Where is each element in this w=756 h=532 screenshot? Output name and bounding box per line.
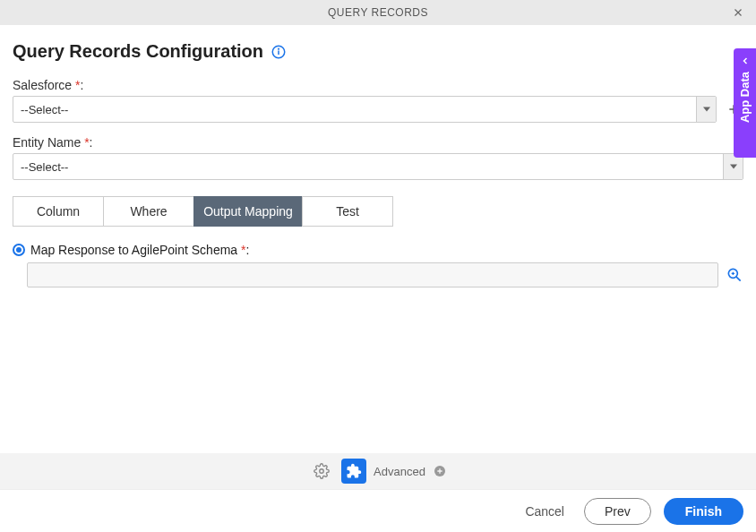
close-icon	[732, 6, 744, 19]
schema-input-row	[13, 262, 743, 287]
advanced-label: Advanced	[374, 465, 425, 478]
tab-output-mapping[interactable]: Output Mapping	[193, 196, 303, 227]
chevron-left-icon	[740, 56, 751, 66]
title-bar: QUERY RECORDS	[0, 0, 756, 25]
svg-point-4	[320, 469, 324, 474]
prev-button[interactable]: Prev	[584, 498, 651, 525]
cancel-button[interactable]: Cancel	[518, 499, 571, 524]
plugin-button[interactable]	[341, 459, 366, 484]
side-panel-label: App Data	[738, 72, 752, 123]
content-area: Query Records Configuration Salesforce *…	[0, 25, 756, 287]
salesforce-label: Salesforce *:	[13, 78, 743, 92]
salesforce-field: Salesforce *: --Select--	[13, 78, 743, 123]
dropdown-arrow-icon	[723, 154, 743, 179]
tab-bar: Column Where Output Mapping Test	[13, 196, 743, 227]
footer-bar: Cancel Prev Finish	[0, 489, 756, 532]
tab-column[interactable]: Column	[13, 196, 104, 227]
schema-input[interactable]	[27, 262, 718, 287]
advanced-bar: Advanced	[0, 453, 756, 489]
close-button[interactable]	[729, 4, 747, 21]
gear-icon	[314, 463, 330, 479]
advanced-expand-icon[interactable]	[433, 464, 447, 478]
entity-label: Entity Name *:	[13, 135, 743, 150]
page-title: Query Records Configuration	[13, 41, 263, 62]
salesforce-select[interactable]: --Select--	[13, 96, 717, 123]
entity-select[interactable]: --Select--	[13, 153, 743, 180]
window-title: QUERY RECORDS	[328, 6, 428, 19]
page-title-row: Query Records Configuration	[13, 41, 743, 62]
tab-test[interactable]: Test	[302, 196, 393, 227]
schema-browse-icon[interactable]	[726, 266, 743, 284]
radio-selected-icon	[13, 244, 25, 256]
entity-select-value: --Select--	[13, 160, 723, 174]
dropdown-arrow-icon	[696, 97, 716, 122]
side-panel-tab-app-data[interactable]: App Data	[734, 48, 756, 158]
finish-button[interactable]: Finish	[664, 498, 743, 525]
tab-where[interactable]: Where	[103, 196, 194, 227]
info-icon[interactable]	[271, 44, 287, 60]
puzzle-icon	[346, 463, 362, 479]
svg-point-2	[279, 48, 279, 49]
entity-field: Entity Name *: --Select--	[13, 135, 743, 180]
settings-button[interactable]	[309, 459, 334, 484]
map-response-label: Map Response to AgilePoint Schema *:	[30, 243, 249, 257]
map-response-radio-row[interactable]: Map Response to AgilePoint Schema *:	[13, 243, 743, 257]
salesforce-select-value: --Select--	[13, 103, 696, 116]
